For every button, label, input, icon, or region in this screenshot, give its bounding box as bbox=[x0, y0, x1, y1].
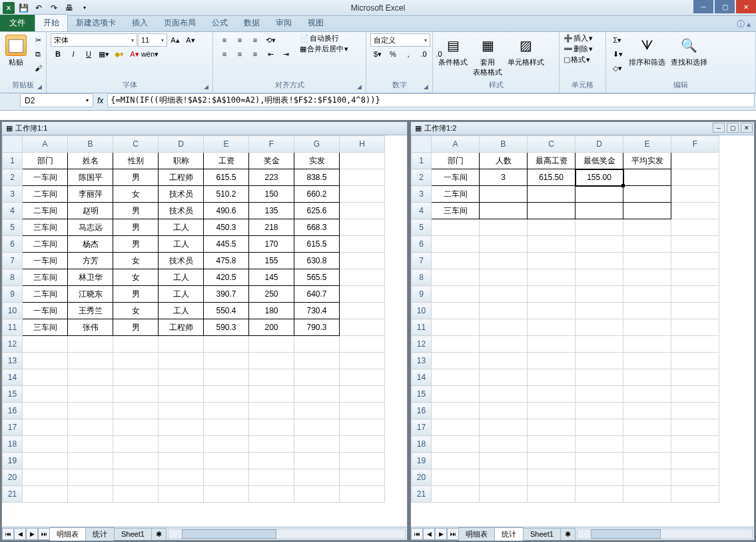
sheet-tab-detail[interactable]: 明细表 bbox=[49, 527, 86, 541]
wrap-text-button[interactable]: 📄 自动换行 bbox=[300, 33, 348, 43]
cell-D4[interactable]: 技术员 bbox=[159, 203, 204, 219]
align-middle-button[interactable]: ≡ bbox=[232, 33, 247, 47]
cell-r-D6[interactable] bbox=[575, 236, 623, 253]
cell-D3[interactable]: 技术员 bbox=[159, 186, 204, 203]
cell-r-F5[interactable] bbox=[671, 219, 719, 236]
cell-C12[interactable] bbox=[113, 336, 159, 353]
cell-B8[interactable]: 林卫华 bbox=[68, 269, 113, 286]
row-header-r-17[interactable]: 17 bbox=[412, 419, 432, 436]
cell-r-F19[interactable] bbox=[671, 453, 719, 469]
cell-r-B16[interactable] bbox=[480, 403, 528, 419]
cell-r-A20[interactable] bbox=[432, 469, 480, 486]
cell-r-F9[interactable] bbox=[671, 286, 719, 303]
cell-H19[interactable] bbox=[340, 453, 385, 469]
sheet-area-right[interactable]: ABCDEF1部门人数最高工资最低奖金平均实发2一车间3615.50155.00… bbox=[411, 135, 754, 527]
cell-r-B14[interactable] bbox=[480, 369, 528, 386]
row-header-11[interactable]: 11 bbox=[3, 319, 23, 336]
cell-r-A16[interactable] bbox=[432, 403, 480, 419]
cell-r-E6[interactable] bbox=[623, 236, 671, 253]
cell-r-C10[interactable] bbox=[528, 303, 575, 319]
cell-r-E1[interactable]: 平均实发 bbox=[623, 153, 671, 169]
row-header-2[interactable]: 2 bbox=[3, 169, 23, 186]
cell-r-B5[interactable] bbox=[480, 219, 528, 236]
cell-D18[interactable] bbox=[159, 436, 204, 453]
cell-C20[interactable] bbox=[113, 469, 159, 486]
cell-B1[interactable]: 姓名 bbox=[68, 153, 113, 169]
cell-r-E18[interactable] bbox=[623, 436, 671, 453]
cell-r-F17[interactable] bbox=[671, 419, 719, 436]
row-header-r-1[interactable]: 1 bbox=[412, 153, 432, 169]
cell-r-B6[interactable] bbox=[480, 236, 528, 253]
cell-G10[interactable]: 730.4 bbox=[294, 303, 340, 319]
cell-D5[interactable]: 工人 bbox=[159, 219, 204, 236]
print-button[interactable] bbox=[63, 1, 76, 15]
cell-H20[interactable] bbox=[340, 469, 385, 486]
cell-D15[interactable] bbox=[159, 386, 204, 403]
cell-r-D7[interactable] bbox=[575, 253, 623, 269]
cell-G15[interactable] bbox=[294, 386, 340, 403]
cell-F12[interactable] bbox=[249, 336, 294, 353]
cell-A16[interactable] bbox=[23, 403, 68, 419]
cell-r-C2[interactable]: 615.50 bbox=[528, 169, 575, 186]
fill-color-button[interactable]: ◆▾ bbox=[112, 47, 127, 61]
cell-r-A14[interactable] bbox=[432, 369, 480, 386]
cell-C11[interactable]: 男 bbox=[113, 319, 159, 336]
underline-button[interactable]: U bbox=[81, 47, 96, 61]
cell-r-A17[interactable] bbox=[432, 419, 480, 436]
cell-r-D13[interactable] bbox=[575, 353, 623, 369]
cell-H17[interactable] bbox=[340, 419, 385, 436]
cell-r-A2[interactable]: 一车间 bbox=[432, 169, 480, 186]
cell-r-D18[interactable] bbox=[575, 436, 623, 453]
bold-button[interactable]: B bbox=[51, 47, 65, 61]
cell-r-A4[interactable]: 三车间 bbox=[432, 203, 480, 219]
cell-r-C16[interactable] bbox=[528, 403, 575, 419]
cell-r-F11[interactable] bbox=[671, 319, 719, 336]
cell-r-B20[interactable] bbox=[480, 469, 528, 486]
cell-r-B8[interactable] bbox=[480, 269, 528, 286]
clear-button[interactable]: ◇▾ bbox=[610, 61, 625, 75]
cell-D16[interactable] bbox=[159, 403, 204, 419]
sort-filter-button[interactable]: ᗐ排序和筛选 bbox=[627, 33, 667, 69]
cell-F6[interactable]: 170 bbox=[249, 236, 294, 253]
cell-A3[interactable]: 二车间 bbox=[23, 186, 68, 203]
close-button[interactable]: ✕ bbox=[736, 0, 756, 13]
cell-H14[interactable] bbox=[340, 369, 385, 386]
cell-r-B17[interactable] bbox=[480, 419, 528, 436]
cell-r-F2[interactable] bbox=[671, 169, 719, 186]
fill-button[interactable]: ⬇▾ bbox=[610, 47, 625, 61]
cell-G9[interactable]: 640.7 bbox=[294, 286, 340, 303]
cell-G12[interactable] bbox=[294, 336, 340, 353]
row-header-r-15[interactable]: 15 bbox=[412, 386, 432, 403]
row-header-r-2[interactable]: 2 bbox=[412, 169, 432, 186]
cell-H10[interactable] bbox=[340, 303, 385, 319]
cell-A17[interactable] bbox=[23, 419, 68, 436]
row-header-10[interactable]: 10 bbox=[3, 303, 23, 319]
cell-r-B13[interactable] bbox=[480, 353, 528, 369]
cell-r-C3[interactable] bbox=[528, 186, 575, 203]
cell-r-F15[interactable] bbox=[671, 386, 719, 403]
cell-H1[interactable] bbox=[340, 153, 385, 169]
row-header-8[interactable]: 8 bbox=[3, 269, 23, 286]
shrink-font-button[interactable]: A▾ bbox=[183, 33, 198, 47]
row-header-r-9[interactable]: 9 bbox=[412, 286, 432, 303]
find-select-button[interactable]: 🔍查找和选择 bbox=[669, 33, 709, 69]
tab-layout[interactable]: 页面布局 bbox=[156, 15, 204, 31]
sheet-tab-sheet1-r[interactable]: Sheet1 bbox=[523, 528, 561, 539]
cell-r-F20[interactable] bbox=[671, 469, 719, 486]
italic-button[interactable]: I bbox=[66, 47, 81, 61]
cell-B14[interactable] bbox=[68, 369, 113, 386]
cell-E20[interactable] bbox=[204, 469, 249, 486]
cell-G1[interactable]: 实发 bbox=[294, 153, 340, 169]
orientation-button[interactable]: ⟲▾ bbox=[263, 33, 278, 47]
align-bottom-button[interactable]: ≡ bbox=[248, 33, 262, 47]
cell-r-A6[interactable] bbox=[432, 236, 480, 253]
cell-r-F13[interactable] bbox=[671, 353, 719, 369]
cell-F3[interactable]: 150 bbox=[249, 186, 294, 203]
cell-r-B15[interactable] bbox=[480, 386, 528, 403]
align-top-button[interactable]: ≡ bbox=[217, 33, 232, 47]
cell-B4[interactable]: 赵明 bbox=[68, 203, 113, 219]
cell-H12[interactable] bbox=[340, 336, 385, 353]
cell-H3[interactable] bbox=[340, 186, 385, 203]
sheet-tab-stats-r[interactable]: 统计 bbox=[494, 527, 524, 541]
cell-r-E7[interactable] bbox=[623, 253, 671, 269]
